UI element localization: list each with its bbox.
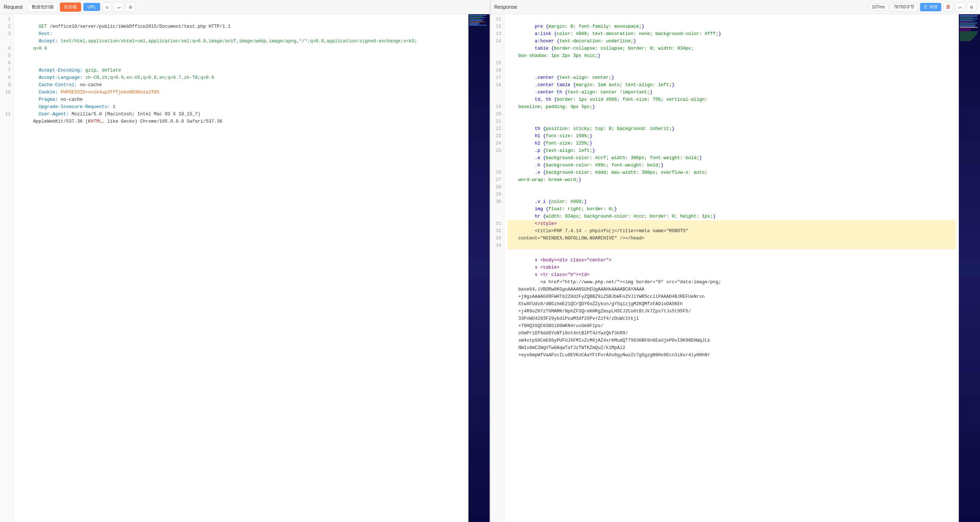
- resp-line-19: th {position: sticky; top: 0; background…: [508, 118, 956, 125]
- rln-11: 11: [491, 16, 504, 23]
- resp-line-31: ∨ <body><div class="center">: [508, 249, 956, 257]
- request-preview-lines: [468, 14, 490, 27]
- response-preview-lines: [959, 14, 980, 42]
- ln-8: 8: [0, 74, 14, 81]
- ln-6: 6: [0, 60, 14, 67]
- request-line-9: Upgrade-Insecure-Requests: 1: [17, 96, 466, 103]
- response-line-numbers: 11 12 13 14 15 16 17 18 19 20 21 22 23 2…: [491, 14, 504, 522]
- hotreload-button[interactable]: 热加载: [60, 3, 81, 12]
- rln-20: 20: [491, 111, 504, 118]
- rln-34: 34: [491, 242, 504, 249]
- ln-2: 2: [0, 23, 14, 30]
- request-line-1: GET /eoffice10/server/public/iWebOffice2…: [17, 16, 466, 23]
- response-time: 107ms: [869, 3, 888, 11]
- rln-26: 26: [491, 169, 504, 176]
- rln-29: 29: [491, 191, 504, 198]
- rln-30b: [491, 213, 504, 220]
- ln-7: 7: [0, 67, 14, 74]
- rln-22: 22: [491, 125, 504, 133]
- rln-21: 21: [491, 118, 504, 125]
- resp-line-34: <a href="http://www.php.net/"><img borde…: [508, 271, 956, 366]
- response-panel: Response 107ms 76765字节 ☰ 详情 🗑 ↵ ⚙ 11 12 …: [491, 0, 980, 522]
- request-preview: [468, 14, 490, 522]
- rln-15: 15: [491, 60, 504, 67]
- response-enter-icon[interactable]: ↵: [955, 2, 965, 12]
- method: GET: [39, 24, 47, 29]
- rln-28: 28: [491, 184, 504, 191]
- ln-5: 5: [0, 52, 14, 60]
- request-panel: Request 数据包扫描 热加载 URL ↻ ↵ ⚙ 1 2 3 4 5 6 …: [0, 0, 490, 522]
- rln-18b: [491, 96, 504, 103]
- ln-4: 4: [0, 45, 14, 52]
- rln-14: 14: [491, 38, 504, 45]
- rln-33: 33: [491, 235, 504, 242]
- request-line-numbers: 1 2 3 4 5 6 7 8 9 10 11: [0, 14, 14, 522]
- resp-line-33: ∨ <tr class="h"><td>: [508, 264, 956, 271]
- detail-button[interactable]: ☰ 详情: [920, 3, 941, 11]
- detail-icon: ☰: [924, 5, 928, 10]
- rln-25b: [491, 162, 504, 169]
- detail-label: 详情: [929, 4, 938, 10]
- rln-18: 18: [491, 81, 504, 89]
- resp-line-26: .v i {color: #999;}: [508, 191, 956, 198]
- enter-icon[interactable]: ↵: [114, 2, 124, 12]
- delete-button[interactable]: 🗑: [943, 2, 953, 12]
- request-content: 1 2 3 4 5 6 7 8 9 10 11 GET /eoffice10/s…: [0, 14, 490, 522]
- request-line-4: Accept-Encoding: gzip, deflate: [17, 60, 466, 67]
- response-settings-icon[interactable]: ⚙: [967, 2, 976, 12]
- rln-32: 32: [491, 227, 504, 235]
- url-button[interactable]: URL: [83, 3, 100, 11]
- rln-13: 13: [491, 30, 504, 38]
- request-header: Request 数据包扫描 热加载 URL ↻ ↵ ⚙: [0, 0, 490, 14]
- resp-line-15: .center {text-align: center;}: [508, 67, 956, 74]
- resp-line-11: pre {margin: 0; font-family: monospace;}: [508, 16, 956, 23]
- settings-icon[interactable]: ⚙: [126, 2, 135, 12]
- response-size: 76765字节: [891, 3, 918, 11]
- ln-10b: [0, 103, 14, 111]
- ln-1: 1: [0, 16, 14, 23]
- request-line-11: [17, 133, 466, 140]
- resp-line-30: <title>PHP 7.4.14 - phpinfo()</title><me…: [508, 220, 956, 249]
- ln-9: 9: [0, 81, 14, 89]
- response-header: Response 107ms 76765字节 ☰ 详情 🗑 ↵ ⚙: [491, 0, 980, 14]
- rln-24: 24: [491, 140, 504, 147]
- ln-11: 11: [0, 111, 14, 118]
- refresh-icon[interactable]: ↻: [102, 2, 112, 12]
- rln-16: 16: [491, 67, 504, 74]
- scan-button[interactable]: 数据包扫描: [28, 3, 58, 12]
- ln-3: 3: [0, 30, 14, 38]
- rln-30: 30: [491, 198, 504, 206]
- rln-17: 17: [491, 74, 504, 81]
- response-code: pre {margin: 0; font-family: monospace;}…: [504, 14, 959, 522]
- rln-19: 19: [491, 103, 504, 111]
- request-title: Request: [4, 4, 23, 10]
- rln-14b: [491, 52, 504, 60]
- rln-12: 12: [491, 23, 504, 30]
- response-title: Response: [495, 4, 517, 10]
- rln-31: 31: [491, 220, 504, 227]
- ln-10: 10: [0, 89, 14, 96]
- response-content: 11 12 13 14 15 16 17 18 19 20 21 22 23 2…: [491, 14, 980, 522]
- request-code: GET /eoffice10/server/public/iWebOffice2…: [14, 14, 468, 522]
- response-preview: [959, 14, 980, 522]
- rln-27: 27: [491, 176, 504, 184]
- rln-23: 23: [491, 133, 504, 140]
- request-line-3: Accept: text/html,application/xhtml+xml,…: [17, 30, 466, 60]
- rln-25: 25: [491, 147, 504, 154]
